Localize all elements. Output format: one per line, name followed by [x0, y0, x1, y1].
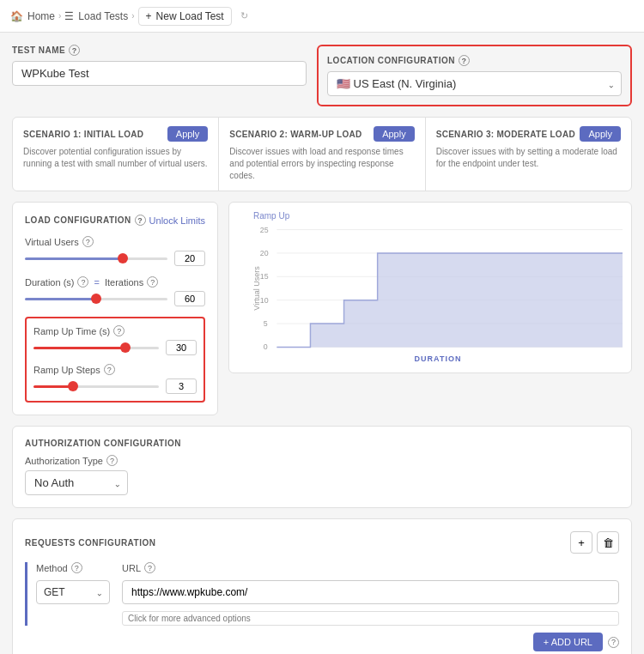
ramp-steps-group: Ramp Up Steps ? 3 [33, 364, 197, 394]
url-input[interactable] [122, 580, 619, 604]
load-config-title: LOAD CONFIGURATION ? [25, 215, 146, 226]
breadcrumb-sep-2: › [131, 11, 134, 21]
scenario-2-title: SCENARIO 2: WARM-UP LOAD [229, 130, 361, 139]
ramp-steps-help-icon[interactable]: ? [104, 364, 115, 375]
ramp-steps-slider-row: 3 [33, 378, 197, 394]
duration-value[interactable]: 60 [174, 291, 205, 306]
location-help-icon[interactable]: ? [459, 55, 470, 66]
breadcrumb-home[interactable]: 🏠 Home [10, 10, 55, 22]
test-name-section: TEST NAME ? [12, 45, 307, 106]
top-config-row: TEST NAME ? LOCATION CONFIGURATION ? 🇺🇸 … [12, 45, 632, 106]
svg-text:20: 20 [260, 249, 269, 257]
duration-slider[interactable] [25, 298, 167, 300]
add-request-btn[interactable]: + [570, 531, 592, 554]
svg-text:5: 5 [264, 319, 268, 328]
auth-type-select-wrapper: No Auth Bearer Token Basic Auth API Key [25, 470, 128, 495]
location-select[interactable]: 🇺🇸 US East (N. Virginia) 🇺🇸 US West (Ore… [327, 71, 622, 96]
scenario-3: SCENARIO 3: MODERATE LOAD Apply Discover… [426, 118, 631, 191]
breadcrumb-sep-1: › [58, 11, 61, 21]
chart-title: Ramp Up [253, 211, 623, 221]
load-config-help-icon[interactable]: ? [135, 215, 146, 226]
test-name-help-icon[interactable]: ? [69, 45, 80, 56]
load-config-header: LOAD CONFIGURATION ? Unlock Limits [25, 215, 205, 226]
svg-text:90s: 90s [617, 351, 623, 353]
auth-type-help-icon[interactable]: ? [106, 455, 118, 466]
ramp-section: Ramp Up Time (s) ? 30 Ramp Up Steps ? [25, 317, 205, 403]
ramp-steps-value[interactable]: 3 [166, 378, 197, 394]
svg-text:0s: 0s [273, 351, 282, 353]
breadcrumb-new-test[interactable]: + New Load Test [138, 7, 232, 26]
svg-text:40s: 40s [427, 351, 440, 353]
breadcrumb-new-test-label: New Load Test [156, 10, 224, 22]
equals-icon[interactable]: = [94, 277, 99, 288]
breadcrumb-load-tests-label: Load Tests [78, 10, 128, 22]
scenario-2-header: SCENARIO 2: WARM-UP LOAD Apply [229, 126, 414, 142]
svg-text:0: 0 [264, 342, 268, 351]
iter-help-icon[interactable]: ? [147, 276, 158, 288]
advanced-options-link[interactable]: Click for more advanced options [122, 611, 619, 626]
svg-text:25: 25 [260, 226, 269, 234]
requests-title: REQUESTS CONFIGURATION [25, 538, 155, 548]
auth-type-section: Authorization Type ? No Auth Bearer Toke… [25, 455, 128, 495]
svg-text:70s: 70s [574, 351, 587, 353]
ramp-steps-label: Ramp Up Steps ? [33, 364, 197, 375]
virtual-users-slider-row: 20 [25, 251, 205, 266]
svg-text:50s: 50s [483, 351, 495, 353]
ramp-time-help-icon[interactable]: ? [113, 325, 125, 336]
svg-text:80s: 80s [598, 351, 611, 353]
scenario-2-apply-btn[interactable]: Apply [374, 126, 415, 142]
chart-area: Virtual Users 0 5 10 15 20 25 [253, 224, 623, 353]
method-select-wrapper: GET POST PUT DELETE PATCH [36, 580, 110, 604]
svg-text:10: 10 [260, 296, 269, 305]
svg-text:10s: 10s [304, 351, 317, 353]
home-icon: 🏠 [10, 10, 23, 22]
scenario-3-apply-btn[interactable]: Apply [580, 126, 621, 142]
refresh-icon[interactable]: ↻ [240, 10, 248, 21]
add-url-btn[interactable]: + ADD URL [533, 633, 603, 651]
url-section: URL ? Click for more advanced options [122, 562, 619, 626]
scenario-1-apply-btn[interactable]: Apply [167, 126, 209, 142]
chart-svg: 0 5 10 15 20 25 [253, 224, 623, 353]
add-url-help-icon[interactable]: ? [608, 637, 619, 648]
breadcrumb: 🏠 Home › ☰ Load Tests › + New Load Test … [0, 0, 644, 33]
test-name-input[interactable] [12, 61, 307, 86]
duration-group: Duration (s) ? = Iterations ? 60 [25, 276, 205, 306]
scenarios-row: SCENARIO 1: INITIAL LOAD Apply Discover … [12, 117, 632, 191]
scenario-1-header: SCENARIO 1: INITIAL LOAD Apply [23, 126, 208, 142]
auth-type-label: Authorization Type ? [25, 455, 128, 466]
ramp-time-value[interactable]: 30 [166, 340, 197, 355]
scenario-1-title: SCENARIO 1: INITIAL LOAD [23, 130, 143, 139]
test-name-label: TEST NAME ? [12, 45, 307, 56]
scenario-3-desc: Discover issues with by setting a modera… [436, 146, 621, 170]
duration-help-icon[interactable]: ? [77, 276, 88, 288]
breadcrumb-load-tests[interactable]: ☰ Load Tests [64, 10, 128, 22]
delete-request-btn[interactable]: 🗑 [597, 531, 619, 554]
breadcrumb-home-label: Home [27, 10, 55, 22]
load-config-card: LOAD CONFIGURATION ? Unlock Limits Virtu… [12, 202, 218, 415]
requests-actions: + 🗑 [570, 531, 619, 554]
auth-type-row: Authorization Type ? No Auth Bearer Toke… [25, 455, 619, 495]
scenario-2-desc: Discover issues with load and response t… [229, 146, 414, 182]
plus-icon: + [146, 10, 152, 22]
method-section: Method ? GET POST PUT DELETE PATCH [36, 562, 113, 604]
auth-type-select[interactable]: No Auth Bearer Token Basic Auth API Key [25, 470, 128, 495]
virtual-users-help-icon[interactable]: ? [82, 236, 94, 247]
svg-text:60s: 60s [538, 351, 550, 353]
ramp-steps-slider[interactable] [33, 385, 159, 388]
ramp-time-group: Ramp Up Time (s) ? 30 [33, 325, 197, 355]
method-select[interactable]: GET POST PUT DELETE PATCH [36, 580, 110, 604]
duration-slider-row: 60 [25, 291, 205, 306]
url-help-icon[interactable]: ? [144, 562, 155, 573]
method-help-icon[interactable]: ? [71, 562, 82, 573]
location-label: LOCATION CONFIGURATION ? [327, 55, 622, 66]
auth-title: AUTHORIZATION CONFIGURATION [25, 439, 619, 448]
chart-x-label: DURATION [253, 354, 623, 363]
ramp-time-slider[interactable] [33, 347, 159, 349]
chart-y-label: Virtual Users [252, 266, 261, 310]
virtual-users-value[interactable]: 20 [174, 251, 205, 266]
virtual-users-group: Virtual Users ? 20 [25, 236, 205, 266]
unlock-limits-link[interactable]: Unlock Limits [149, 215, 205, 226]
virtual-users-slider[interactable] [25, 257, 167, 260]
load-chart-row: LOAD CONFIGURATION ? Unlock Limits Virtu… [12, 202, 632, 415]
scenario-1-desc: Discover potential configuration issues … [23, 146, 208, 170]
